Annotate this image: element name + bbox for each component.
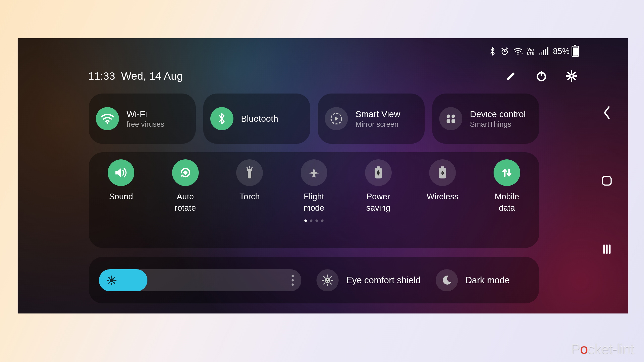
tile-smart-view[interactable]: Smart View Mirror screen bbox=[318, 94, 425, 144]
header-actions bbox=[505, 70, 578, 82]
svg-rect-4 bbox=[541, 71, 542, 76]
tile-title: Bluetooth bbox=[241, 114, 278, 124]
toggle-label: Powersaving bbox=[366, 191, 390, 213]
brightness-panel: A Eye comfort shield Dark mode bbox=[89, 257, 539, 303]
svg-rect-13 bbox=[248, 171, 251, 178]
quick-toggles-row: Sound Autorotate Torch Flightmode Powers… bbox=[89, 159, 539, 213]
page-indicator bbox=[304, 219, 324, 222]
power-saving-icon bbox=[365, 159, 392, 186]
time-date: 11:33 Wed, 14 Aug bbox=[88, 70, 183, 82]
tile-text: Wi-Fi free viruses bbox=[127, 109, 164, 128]
tile-title: Smart View bbox=[355, 109, 400, 119]
nav-home-button[interactable] bbox=[599, 173, 614, 188]
svg-rect-25 bbox=[609, 245, 611, 254]
toggle-flight-mode[interactable]: Flightmode bbox=[285, 159, 343, 213]
page-dot[interactable] bbox=[310, 219, 312, 222]
bottom-toggles: A Eye comfort shield Dark mode bbox=[316, 269, 510, 291]
toggle-label: Flightmode bbox=[304, 191, 325, 213]
svg-point-6 bbox=[106, 122, 108, 124]
volte-status-icon: Vo) LTE bbox=[527, 48, 535, 55]
tile-title: Device control bbox=[470, 109, 526, 119]
svg-text:+: + bbox=[521, 52, 522, 55]
toggle-label: Wireless bbox=[427, 191, 459, 202]
svg-text:A: A bbox=[326, 278, 329, 283]
brightness-slider[interactable] bbox=[99, 269, 301, 291]
toggle-eye-comfort[interactable]: A Eye comfort shield bbox=[316, 269, 421, 291]
svg-point-19 bbox=[110, 278, 114, 282]
svg-rect-10 bbox=[447, 119, 450, 123]
tile-subtitle: free viruses bbox=[127, 120, 164, 128]
svg-rect-23 bbox=[603, 245, 605, 254]
tile-subtitle: Mirror screen bbox=[355, 120, 400, 128]
brightness-icon bbox=[106, 275, 117, 286]
signal-status-icon bbox=[539, 47, 548, 55]
edit-panel-button[interactable] bbox=[505, 70, 517, 82]
flight-mode-icon bbox=[301, 159, 327, 186]
svg-rect-18 bbox=[441, 166, 444, 168]
svg-rect-11 bbox=[452, 119, 455, 123]
battery-status: 85% bbox=[553, 46, 579, 57]
eye-comfort-icon: A bbox=[316, 269, 339, 291]
auto-rotate-icon bbox=[172, 159, 199, 186]
svg-rect-12 bbox=[183, 170, 188, 175]
watermark-logo: Pocket-lint bbox=[571, 341, 634, 357]
tile-subtitle: SmartThings bbox=[470, 120, 526, 128]
tile-title: Wi-Fi bbox=[127, 109, 164, 119]
wireless-icon bbox=[429, 159, 456, 186]
bluetooth-icon bbox=[210, 107, 233, 130]
toggle-torch[interactable]: Torch bbox=[221, 159, 278, 213]
page-dot[interactable] bbox=[315, 219, 318, 222]
status-bar: + Vo) LTE 85% bbox=[489, 46, 579, 57]
page-dot[interactable] bbox=[304, 219, 307, 222]
toggle-label: Sound bbox=[109, 191, 133, 202]
tile-wifi[interactable]: Wi-Fi free viruses bbox=[89, 94, 196, 144]
dark-mode-icon bbox=[436, 269, 458, 291]
tile-text: Bluetooth bbox=[241, 114, 278, 124]
svg-point-9 bbox=[452, 115, 455, 118]
toggle-wireless[interactable]: Wireless bbox=[414, 159, 471, 213]
sound-icon bbox=[108, 159, 134, 186]
quick-toggles-panel: Sound Autorotate Torch Flightmode Powers… bbox=[89, 152, 539, 248]
clock-time: 11:33 bbox=[88, 70, 115, 82]
toggle-auto-rotate[interactable]: Autorotate bbox=[156, 159, 214, 213]
torch-icon bbox=[236, 159, 263, 186]
svg-point-1 bbox=[517, 54, 518, 55]
svg-rect-16 bbox=[377, 166, 380, 168]
tile-device-control[interactable]: Device control SmartThings bbox=[432, 94, 539, 144]
nav-back-button[interactable] bbox=[599, 105, 614, 120]
toggle-power-saving[interactable]: Powersaving bbox=[349, 159, 407, 213]
toggle-label: Torch bbox=[239, 191, 260, 202]
toggle-label: Mobiledata bbox=[495, 191, 519, 213]
system-nav-bar bbox=[594, 38, 619, 313]
smart-view-icon bbox=[325, 107, 348, 130]
mobile-data-icon bbox=[494, 159, 520, 186]
wifi-status-icon: + bbox=[513, 48, 522, 55]
toggle-sound[interactable]: Sound bbox=[92, 159, 150, 213]
brightness-more-icon[interactable] bbox=[292, 275, 294, 286]
toggle-label: Dark mode bbox=[465, 275, 510, 286]
alarm-status-icon bbox=[500, 47, 509, 56]
battery-icon bbox=[572, 46, 579, 57]
toggle-label: Eye comfort shield bbox=[346, 275, 421, 286]
clock-date: Wed, 14 Aug bbox=[121, 70, 183, 82]
battery-percent-label: 85% bbox=[553, 47, 570, 56]
tile-bluetooth[interactable]: Bluetooth bbox=[203, 94, 310, 144]
tile-text: Device control SmartThings bbox=[470, 109, 526, 128]
svg-point-8 bbox=[447, 115, 450, 118]
settings-button[interactable] bbox=[565, 70, 578, 82]
toggle-dark-mode[interactable]: Dark mode bbox=[436, 269, 510, 291]
device-screen: + Vo) LTE 85% 11:33 Wed, 14 Aug bbox=[18, 38, 628, 313]
wifi-icon bbox=[96, 107, 119, 130]
device-control-icon bbox=[439, 107, 462, 130]
quick-tiles-row: Wi-Fi free viruses Bluetooth Smart View … bbox=[89, 94, 539, 144]
page-dot[interactable] bbox=[321, 219, 324, 222]
bluetooth-status-icon bbox=[489, 47, 496, 56]
toggle-label: Autorotate bbox=[175, 191, 196, 213]
toggle-mobile-data[interactable]: Mobiledata bbox=[478, 159, 536, 213]
svg-point-5 bbox=[570, 74, 573, 78]
power-button[interactable] bbox=[535, 70, 548, 82]
svg-rect-24 bbox=[606, 245, 608, 254]
nav-recents-button[interactable] bbox=[599, 242, 614, 257]
panel-header: 11:33 Wed, 14 Aug bbox=[88, 70, 578, 82]
svg-rect-14 bbox=[247, 169, 252, 171]
